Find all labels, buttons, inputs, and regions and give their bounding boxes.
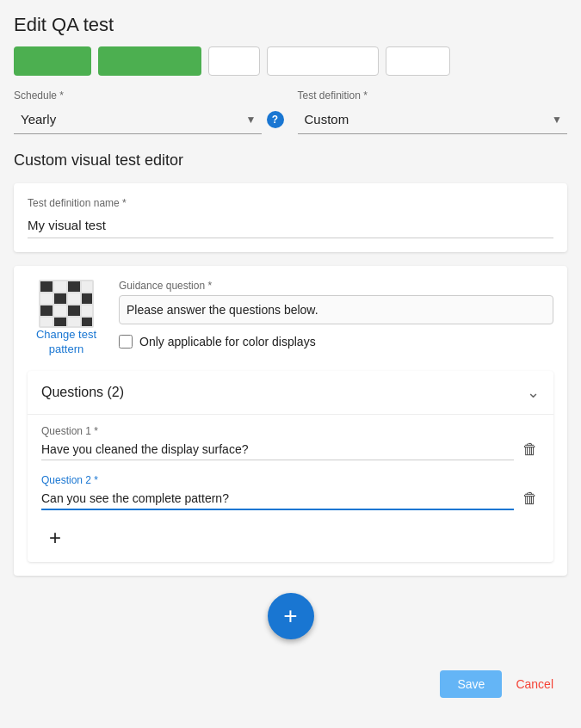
cancel-button[interactable]: Cancel: [516, 677, 553, 691]
toolbar-btn-1[interactable]: [14, 46, 91, 76]
questions-header[interactable]: Questions (2) ⌄: [28, 371, 553, 415]
svg-rect-15: [68, 318, 80, 326]
definition-name-label: Test definition name *: [28, 197, 553, 209]
test-definition-field: Test definition * Custom Standard ▼: [298, 89, 568, 134]
guidance-field: Guidance question *: [119, 280, 553, 324]
fab-container: +: [14, 593, 567, 639]
test-pattern-card: Change test pattern Guidance question * …: [14, 266, 567, 576]
question-item-1: Question 1 * 🗑: [41, 425, 540, 460]
definition-name-input[interactable]: [28, 213, 553, 238]
svg-rect-13: [40, 318, 53, 326]
pattern-icon: [39, 280, 94, 328]
svg-rect-3: [68, 281, 80, 292]
svg-rect-5: [40, 293, 53, 304]
color-display-checkbox-row: Only applicable for color displays: [119, 335, 553, 349]
form-row-schedule: Schedule * Yearly Monthly Weekly Daily ▼…: [14, 89, 567, 134]
schedule-select-wrapper: Yearly Monthly Weekly Daily ▼: [14, 105, 262, 134]
svg-rect-4: [82, 281, 92, 292]
test-definition-select-wrapper: Custom Standard ▼: [298, 105, 568, 134]
question-1-label: Question 1 *: [41, 425, 540, 437]
questions-chevron-icon: ⌄: [527, 383, 540, 402]
definition-name-card: Test definition name *: [14, 183, 567, 252]
schedule-label: Schedule *: [14, 89, 284, 102]
color-display-label: Only applicable for color displays: [139, 335, 316, 349]
questions-body: Question 1 * 🗑 Question 2 * 🗑 +: [28, 415, 553, 562]
toolbar: [14, 46, 567, 76]
question-item-2: Question 2 * 🗑: [41, 474, 540, 510]
question-2-row: 🗑: [41, 488, 540, 510]
question-1-delete-btn[interactable]: 🗑: [521, 439, 540, 460]
svg-rect-11: [68, 305, 80, 316]
test-definition-select[interactable]: Custom Standard: [298, 105, 568, 134]
svg-rect-14: [54, 318, 66, 326]
svg-rect-10: [54, 305, 66, 316]
color-display-checkbox[interactable]: [119, 335, 133, 349]
questions-card: Questions (2) ⌄ Question 1 * 🗑 Question …: [28, 371, 553, 562]
guidance-input[interactable]: [119, 295, 553, 324]
toolbar-btn-5[interactable]: [386, 46, 450, 76]
svg-rect-6: [54, 293, 66, 304]
fab-add-btn[interactable]: +: [268, 593, 314, 639]
svg-rect-8: [82, 293, 92, 304]
question-1-row: 🗑: [41, 439, 540, 460]
test-pattern-left: Change test pattern: [28, 280, 105, 357]
schedule-select[interactable]: Yearly Monthly Weekly Daily: [14, 105, 262, 134]
page-title: Edit QA test: [14, 14, 567, 36]
toolbar-btn-2[interactable]: [98, 46, 201, 76]
test-pattern-row: Change test pattern Guidance question * …: [28, 280, 553, 357]
toolbar-btn-3[interactable]: [208, 46, 260, 76]
question-2-input[interactable]: [41, 488, 514, 510]
test-definition-label: Test definition *: [298, 89, 568, 102]
change-pattern-link[interactable]: Change test pattern: [28, 328, 105, 357]
schedule-field: Schedule * Yearly Monthly Weekly Daily ▼…: [14, 89, 284, 134]
save-button[interactable]: Save: [440, 670, 502, 698]
test-pattern-right: Guidance question * Only applicable for …: [119, 280, 553, 349]
question-2-delete-btn[interactable]: 🗑: [521, 488, 540, 509]
svg-rect-16: [82, 318, 92, 326]
page: Edit QA test Schedule * Yearly Monthly W…: [0, 0, 581, 728]
questions-title: Questions (2): [41, 385, 124, 400]
guidance-label: Guidance question *: [119, 280, 553, 292]
editor-section-title: Custom visual test editor: [14, 151, 567, 170]
question-1-input[interactable]: [41, 439, 514, 460]
schedule-field-inner: Yearly Monthly Weekly Daily ▼ ?: [14, 105, 284, 134]
toolbar-btn-4[interactable]: [267, 46, 379, 76]
bottom-bar: Save Cancel: [14, 657, 567, 712]
question-2-label: Question 2 *: [41, 474, 540, 486]
svg-rect-1: [40, 281, 53, 292]
schedule-help-icon[interactable]: ?: [267, 111, 284, 128]
svg-rect-12: [82, 305, 92, 316]
svg-rect-9: [40, 305, 53, 316]
add-question-btn[interactable]: +: [41, 524, 69, 552]
svg-rect-7: [68, 293, 80, 304]
svg-rect-2: [54, 281, 66, 292]
